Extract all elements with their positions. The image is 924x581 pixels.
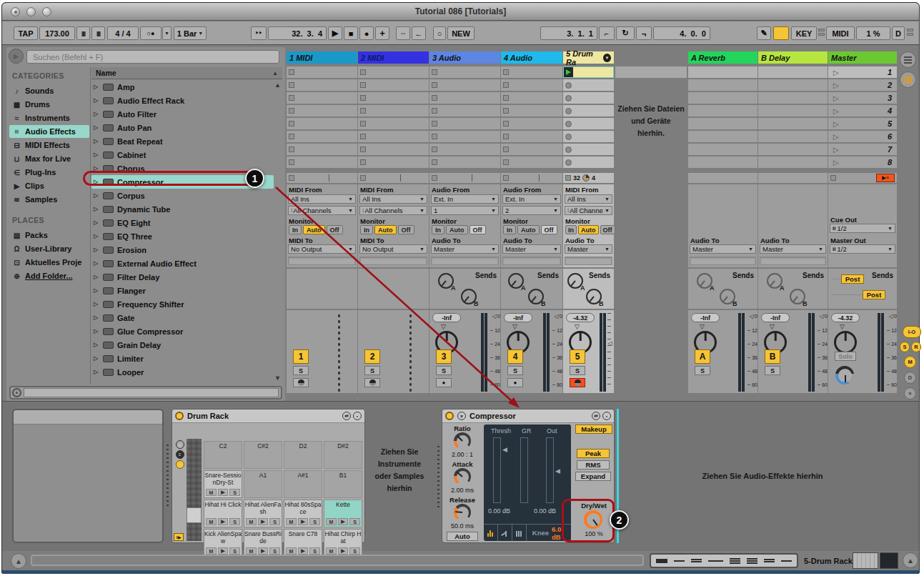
clip-slot[interactable] <box>358 66 429 78</box>
draw-mode-button[interactable]: ✎ <box>757 26 771 40</box>
clip-slot[interactable] <box>429 118 500 129</box>
input-type-chooser[interactable]: Ext. In▼ <box>502 194 561 204</box>
monitor-in-button[interactable]: In <box>503 225 516 234</box>
filter-field[interactable] <box>24 388 279 397</box>
pan-control[interactable]: ▽ <box>441 323 446 330</box>
monitor-in-button[interactable]: In <box>360 225 373 234</box>
drum-pad-selected[interactable]: KetteM▶S <box>324 500 362 527</box>
nudge-up-button[interactable]: |||| <box>91 26 105 40</box>
cue-out-chooser[interactable]: ii1/2▼ <box>830 224 895 233</box>
pane-toggle[interactable] <box>818 29 825 37</box>
zoom-button[interactable] <box>42 7 51 16</box>
close-button[interactable] <box>11 7 20 16</box>
solo-button[interactable]: S <box>695 366 710 375</box>
list-item[interactable]: ▷Amp <box>91 80 274 94</box>
collapsed-view-icon[interactable] <box>484 525 498 541</box>
pad-play-button[interactable]: ▶ <box>218 489 229 496</box>
panel-divider[interactable] <box>167 445 169 509</box>
computer-midi-keyboard-button[interactable] <box>773 26 789 40</box>
clip-slot[interactable] <box>501 118 562 129</box>
drum-pad[interactable]: Hihat 80sSpaceM▶S <box>284 500 322 527</box>
list-item[interactable]: ▷EQ Eight <box>91 216 274 229</box>
solo-button[interactable]: S <box>507 366 523 375</box>
show-chains-button[interactable]: ‖▶ <box>174 533 184 541</box>
track-header[interactable]: 2 MIDI <box>358 51 429 64</box>
sidebar-item-packs[interactable]: ▤Packs <box>9 229 89 242</box>
track-header[interactable]: 5 Drum Ra▼ <box>563 51 614 64</box>
list-item[interactable]: ▷Grain Delay <box>91 338 274 352</box>
pan-control[interactable]: ▽ <box>700 323 705 330</box>
scroll-down-icon[interactable]: ▼ <box>274 374 281 382</box>
pad-mute-button[interactable]: M <box>206 489 217 496</box>
clip-slot[interactable] <box>358 105 429 116</box>
loop-length-field[interactable]: 4. 0. 0 <box>653 26 710 40</box>
list-header[interactable]: Name▲ <box>91 67 282 79</box>
input-type-chooser[interactable]: All Ins▼ <box>359 194 427 204</box>
sidebar-item-plugins[interactable]: ∈Plug-Ins <box>9 166 89 179</box>
drum-pad[interactable]: C2 <box>204 441 242 469</box>
tempo-field[interactable]: 173.00 <box>39 26 75 40</box>
track-delay-field[interactable] <box>359 257 427 265</box>
list-item[interactable]: ▷Cabinet <box>91 148 274 162</box>
sends-section-toggle[interactable]: S <box>900 342 910 352</box>
stop-all-clips-row[interactable]: ▶≡ <box>828 173 897 183</box>
clip-slot[interactable] <box>501 157 562 168</box>
track-activator[interactable]: B <box>765 349 780 364</box>
minimize-button[interactable] <box>26 7 36 16</box>
scene-slot[interactable]: ▷6 <box>828 131 897 142</box>
monitor-in-button[interactable]: In <box>289 225 302 234</box>
clip-slot[interactable] <box>429 157 500 168</box>
sidebar-item-samples[interactable]: ≋Samples <box>9 193 89 206</box>
input-channel-chooser[interactable]: ⁞All Channels▼ <box>288 206 356 215</box>
arm-button[interactable]: ● <box>507 378 523 387</box>
sidebar-item-sounds[interactable]: ♪Sounds <box>9 84 89 97</box>
clip-slot[interactable] <box>287 92 357 104</box>
clip-slot[interactable] <box>287 79 357 91</box>
scene-slot[interactable]: ▷4 <box>828 105 897 116</box>
master-solo-button[interactable]: Solo <box>835 352 856 361</box>
browser-filter-bar[interactable] <box>9 386 282 399</box>
track-delay-field[interactable] <box>760 257 826 265</box>
solo-button[interactable]: S <box>436 366 452 375</box>
punch-out-button[interactable]: ¬ <box>636 26 652 40</box>
scene-slot[interactable]: ▷8 <box>828 157 897 168</box>
volume-display[interactable]: -4.32 <box>566 313 595 322</box>
stop-all-clips-slot[interactable] <box>287 173 357 183</box>
loop-button[interactable]: ↻ <box>616 26 635 40</box>
punch-in-button[interactable]: ⌐ <box>599 26 615 40</box>
track-delay-toggle[interactable]: D <box>904 372 916 384</box>
track-activator[interactable]: 1 <box>293 349 309 364</box>
monitor-off-button[interactable]: Off <box>327 225 343 234</box>
send-b-pre-post-toggle[interactable]: Post <box>863 290 885 299</box>
save-preset-icon[interactable]: ▪ <box>602 412 611 420</box>
stop-button[interactable]: ■ <box>344 26 358 40</box>
new-button[interactable]: NEW <box>447 26 475 40</box>
monitor-auto-button[interactable]: Auto <box>303 225 325 234</box>
clip-launch-button[interactable] <box>564 67 573 77</box>
clip-slot[interactable] <box>563 144 614 155</box>
track-delay-field[interactable] <box>565 257 612 265</box>
output-chooser[interactable]: No Output▼ <box>288 244 356 254</box>
drum-pad[interactable]: C#2 <box>244 441 282 469</box>
clip-slot[interactable] <box>429 131 500 142</box>
track-delay-field[interactable] <box>690 257 756 265</box>
device-power-button[interactable] <box>175 412 184 420</box>
pan-control[interactable]: ▽ <box>840 323 845 330</box>
list-item[interactable]: ▷Beat Repeat <box>91 134 274 148</box>
drum-pad[interactable]: Hihat AlienFashM▶S <box>244 500 282 527</box>
drop-zone-column[interactable]: Ziehen Sie Dateien und Geräte hierhin. <box>615 51 687 394</box>
volume-display[interactable]: -Inf <box>761 313 790 322</box>
clip-slot[interactable] <box>563 79 614 91</box>
pan-control[interactable]: ▽ <box>575 323 580 330</box>
cue-volume-knob[interactable] <box>835 366 854 384</box>
play-button[interactable]: ▶ <box>328 26 342 40</box>
monitor-auto-button[interactable]: Auto <box>578 225 599 234</box>
device-chain-overview[interactable] <box>650 553 798 568</box>
pad-solo-button[interactable]: S <box>229 489 240 496</box>
session-record-button[interactable]: ○ <box>433 26 446 40</box>
clip-slot[interactable] <box>358 157 429 168</box>
arrangement-position-field[interactable]: 32. 3. 4 <box>268 26 327 40</box>
master-out-chooser[interactable]: ii1/2▼ <box>830 244 895 254</box>
drum-pad[interactable]: D2 <box>284 441 322 469</box>
track-header[interactable]: Master <box>828 51 897 64</box>
